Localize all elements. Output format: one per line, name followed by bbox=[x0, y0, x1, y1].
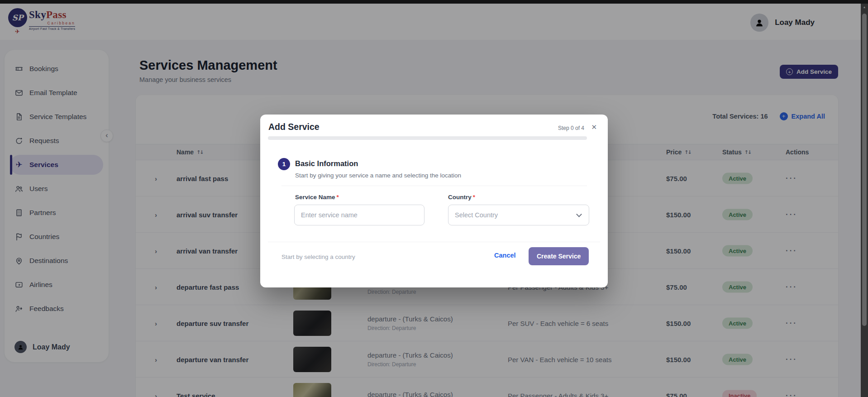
service-name-label: Service Name* bbox=[295, 194, 339, 201]
step-number-badge: 1 bbox=[278, 158, 290, 170]
section-description: Start by giving your service a name and … bbox=[295, 172, 461, 179]
country-label: Country* bbox=[448, 194, 475, 201]
service-name-input[interactable] bbox=[294, 205, 424, 225]
divider bbox=[281, 186, 587, 186]
country-select[interactable]: Select Country bbox=[448, 205, 589, 225]
section-title: Basic Information bbox=[295, 159, 358, 168]
chevron-down-icon bbox=[576, 211, 582, 217]
progress-bar bbox=[268, 136, 587, 140]
helper-text: Start by selecting a country bbox=[281, 254, 355, 260]
required-asterisk: * bbox=[473, 194, 475, 201]
step-indicator: Step 0 of 4 bbox=[558, 125, 584, 131]
create-service-button[interactable]: Create Service bbox=[529, 247, 589, 265]
divider bbox=[268, 242, 600, 242]
modal-title: Add Service bbox=[268, 122, 320, 132]
add-service-modal: Add Service Step 0 of 4 ✕ 1 Basic Inform… bbox=[260, 115, 608, 287]
close-icon[interactable]: ✕ bbox=[591, 123, 597, 131]
required-asterisk: * bbox=[337, 194, 339, 201]
cancel-button[interactable]: Cancel bbox=[494, 252, 516, 259]
